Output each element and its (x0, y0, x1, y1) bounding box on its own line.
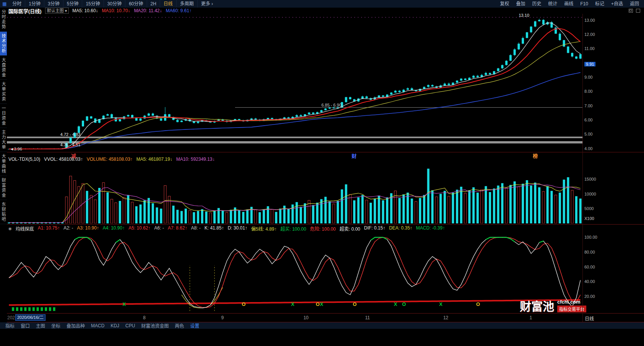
pane-separator (7, 224, 644, 225)
indicator-axis-label: 80.00 (584, 250, 595, 254)
period-tab[interactable]: 15分钟 (82, 0, 103, 8)
sidebar-item[interactable]: 大盘资金 (0, 56, 7, 80)
statusbar-item[interactable]: 主图 (33, 322, 48, 329)
statusbar-item[interactable]: 指标 (2, 322, 18, 329)
indicator-stat: A8: - (191, 225, 201, 232)
price-axis-label: 9.91 (584, 62, 595, 66)
statusbar-item[interactable]: KDJ (107, 323, 122, 328)
svg-text:O: O (476, 301, 480, 307)
indicator-axis-label: 100.00 (584, 235, 597, 239)
axis-border (582, 14, 583, 322)
statusbar-item[interactable]: 财富池资金图 (138, 322, 172, 329)
svg-text:6.85 - 6.90: 6.85 - 6.90 (321, 103, 342, 107)
period-tab[interactable]: 分时 (9, 0, 25, 8)
toolbar-action-button[interactable]: +自选 (608, 0, 626, 8)
toolbar-action-button[interactable]: 历史 (529, 0, 545, 8)
indicator-chart[interactable]: XOXOXOXOXO (7, 232, 582, 313)
statusbar-item[interactable]: MACD (88, 323, 107, 328)
main-chart-header: 国际医学(日线) 默认主图 ▾ MA5: 10.60↓MA10: 10.70↓M… (7, 8, 644, 14)
svg-text:O: O (316, 301, 320, 307)
period-label: 日线 (585, 315, 594, 322)
sidebar-item[interactable]: 财富资金 (0, 176, 7, 200)
sidebar-item[interactable]: 一日资金 (0, 104, 7, 128)
indicator-axis-label: 60.00 (584, 265, 595, 269)
crosshair-date-box: 2020/06/16/二 (15, 314, 45, 321)
volume-indicator-name[interactable]: VOL-TDX(5,10) (8, 157, 40, 162)
ma-stat: MA10: 10.70↓ (102, 8, 130, 13)
indicator-axis-label: 40.00 (584, 279, 595, 284)
statusbar-item[interactable]: 坐标 (48, 322, 63, 329)
svg-text:O: O (242, 301, 246, 307)
toolbar-action-button[interactable]: 叠加 (513, 0, 529, 8)
statusbar-item[interactable]: CPU (122, 323, 138, 328)
volume-axis-label: 10000 (584, 192, 596, 196)
volume-axis-label: 5000 (584, 206, 594, 211)
indicator-stat: DIF: 0.15↑ (364, 225, 385, 232)
statusbar-item[interactable]: 窗口 (18, 322, 33, 329)
sidebar-item[interactable]: 技术分析 (0, 32, 7, 56)
volume-unit-label: X100 (584, 216, 594, 221)
toolbar-action-button[interactable]: 返回 (626, 0, 642, 8)
price-axis-label: 9.00 (584, 75, 592, 79)
toolbar-action-button[interactable]: 标记 (592, 0, 608, 8)
volume-axis: 15000100005000X100 (583, 164, 644, 223)
period-tab[interactable]: 3分钟 (44, 0, 63, 8)
svg-text:O: O (353, 301, 357, 307)
statusbar-item[interactable]: 叠加品种 (63, 322, 88, 329)
toolbar-action-button[interactable]: 画线 (561, 0, 577, 8)
period-tab[interactable]: 多周期 (176, 0, 197, 8)
price-axis-label: 12.00 (584, 32, 595, 37)
price-axis-label: 8.00 (584, 89, 592, 94)
svg-text:X: X (439, 301, 443, 307)
sidebar-item[interactable]: 大单买卖 (0, 80, 7, 104)
ma-stat: MA5: 10.60↓ (72, 8, 98, 13)
indicator-stat: A4: 10.90↑ (103, 225, 125, 232)
brand-tagline: 指标交易平台 (557, 306, 586, 312)
sidebar-item[interactable]: 分时走势 (0, 8, 7, 32)
indicator-axis: 100.0080.0060.0040.0020.00 (583, 232, 644, 313)
sidebar-item[interactable]: 大单曲线 (0, 152, 7, 176)
period-tab[interactable]: 日线 (160, 0, 176, 8)
maximize-pane-icon[interactable] (636, 9, 640, 13)
month-tick-label: 10 (303, 315, 308, 320)
indicator-stat: A5: 10.62↑ (128, 225, 150, 232)
statusbar-item[interactable]: 两色 (172, 322, 187, 329)
price-axis-label: 4.00 (584, 146, 592, 151)
period-tab[interactable]: 2H (147, 0, 160, 8)
statusbar-item[interactable]: 设置 (187, 322, 202, 329)
volume-stat: VOLUME: 458108.03↑ (87, 157, 133, 162)
toolbar-action-button[interactable]: 统计 (545, 0, 561, 8)
indicator-stat: 超买: 100.00 (281, 225, 306, 232)
period-tab[interactable]: 30分钟 (104, 0, 125, 8)
period-tab[interactable]: 60分钟 (125, 0, 146, 8)
toolbar-action-button[interactable]: 复权 (496, 0, 513, 8)
grid-menu-icon[interactable]: ▦ (0, 1, 9, 6)
period-tab[interactable]: 5分钟 (63, 0, 82, 8)
svg-text:O: O (402, 301, 406, 307)
svg-text:X: X (123, 301, 126, 307)
indicator-name[interactable]: 均线探底 (16, 225, 34, 232)
main-price-chart[interactable]: 13.106.85 - 6.904.72 - 4.834.35 - 4.51◄3… (7, 14, 582, 152)
period-tab[interactable]: 1分钟 (25, 0, 44, 8)
indicator-stat: K: 41.85↑ (204, 225, 224, 232)
month-tick-label: 1 (530, 315, 532, 320)
svg-text:13.10: 13.10 (519, 14, 529, 18)
indicator-stats: A1: 10.75↑A2: -A3: 10.90↑A4: 10.90↑A5: 1… (38, 225, 445, 232)
bottom-statusbar: 指标窗口主图坐标叠加品种MACDKDJCPU财富池资金图两色设置 (0, 322, 644, 329)
indicator-stat: DEA: 0.35↑ (389, 225, 412, 232)
month-tick-label: 9 (221, 315, 224, 320)
svg-text:4.35 - 4.51: 4.35 - 4.51 (60, 142, 81, 147)
volume-chart[interactable] (7, 164, 582, 223)
ma-stat: MA60: 9.61↑ (166, 8, 191, 13)
layout-selector[interactable]: 默认主图 ▾ (45, 8, 69, 14)
sidebar-item[interactable]: 东财贴吧 (0, 200, 7, 224)
month-tick-label: 8 (143, 315, 146, 320)
toolbar-action-button[interactable]: F10 (577, 0, 592, 8)
sidebar-item[interactable]: 主力大单 (0, 128, 7, 152)
period-tab[interactable]: 更多 › (197, 0, 216, 8)
restore-pane-icon[interactable] (629, 9, 633, 13)
period-tabs: 分时1分钟3分钟5分钟15分钟30分钟60分钟2H日线多周期更多 › (9, 0, 216, 8)
indicator-stat: MACD: -0.39↑ (416, 225, 445, 232)
price-axis-label: 7.00 (584, 103, 592, 108)
month-tick-label: 12 (443, 315, 448, 320)
